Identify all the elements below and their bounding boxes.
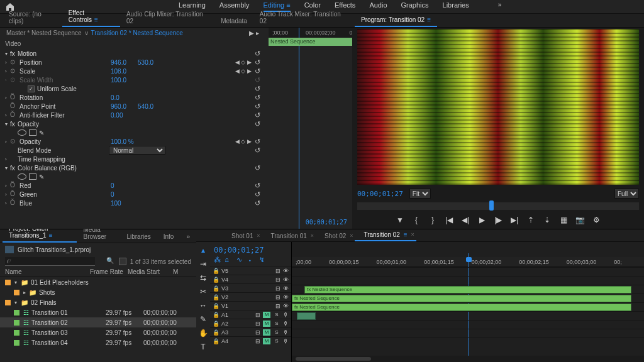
type-tool[interactable]: T <box>199 343 208 351</box>
prop-position[interactable]: ›⊙Position946.0530.0◀ ◇ ▶↺ <box>0 58 352 67</box>
timeline-tab[interactable]: Transition 01 <box>262 231 315 241</box>
hand-tool[interactable]: ✋ <box>199 329 208 337</box>
prop-rotation[interactable]: ›ŎRotation0.0↺ <box>0 93 352 102</box>
tab-audio-clip-mixer[interactable]: Audio Clip Mixer: Transition 02 <box>120 8 214 27</box>
search-icon[interactable]: 🔍 <box>106 257 114 264</box>
bin-row[interactable]: ▾📁01 Edit Placeholders <box>0 277 196 287</box>
tab-metadata[interactable]: Metadata <box>214 15 253 27</box>
sequence-row[interactable]: ☷Transition 0129.97 fps00;00;00;00 <box>0 307 196 317</box>
rect-mask-icon[interactable] <box>29 129 36 136</box>
program-scrubber[interactable] <box>357 202 639 210</box>
go-out-button[interactable]: ▶| <box>509 215 519 225</box>
project-search-input[interactable] <box>5 257 95 266</box>
selection-tool[interactable]: ▴ <box>199 246 208 255</box>
keyframe-nav[interactable]: ◀ ◇ ▶ <box>235 59 252 65</box>
prop-scale[interactable]: ›⊙Scale108.0◀ ◇ ▶↺ <box>0 67 352 75</box>
settings-icon[interactable]: ↯ <box>259 256 267 263</box>
timeline-clip[interactable]: fxNested Sequence <box>292 304 631 311</box>
timeline-clip[interactable]: fxNested Sequence <box>304 286 631 293</box>
stopwatch-icon[interactable]: ⊙ <box>10 58 18 66</box>
pen-mask-icon[interactable]: ✎ <box>39 129 44 136</box>
marker-icon[interactable]: ⬩ <box>248 256 255 263</box>
audio-track-header[interactable]: 🔒A3⊟MS🎙 <box>210 327 291 336</box>
ellipse-mask-icon[interactable] <box>18 129 26 136</box>
extract-button[interactable]: ⇣ <box>542 215 552 225</box>
program-monitor-view[interactable] <box>357 29 639 185</box>
ripple-edit-tool[interactable]: ⇆ <box>199 273 208 282</box>
prop-blend-mode[interactable]: Blend ModeNormal↺ <box>0 146 352 155</box>
video-track-header[interactable]: 🔒V2⊟👁 <box>210 292 291 301</box>
audio-track-header[interactable]: 🔒A1⊟MS🎙 <box>210 310 291 319</box>
magnet-icon[interactable]: ⩍ <box>225 256 233 263</box>
timeline-clip[interactable]: fxNested Sequence <box>292 295 631 302</box>
step-back-button[interactable]: ◀| <box>460 215 470 225</box>
tab-source[interactable]: Source: (no clips) <box>3 8 62 27</box>
prop-uniform-scale[interactable]: ✓Uniform Scale↺ <box>0 84 352 93</box>
workspace-libraries[interactable]: Libraries <box>443 1 469 12</box>
video-track-header[interactable]: 🔒V1⊟👁 <box>210 301 291 310</box>
audio-track-header[interactable]: 🔒A4⊟MS🎙 <box>210 336 291 345</box>
sequence-row[interactable]: ☷Transition 0229.97 fps00;00;00;00 <box>0 317 196 327</box>
go-in-button[interactable]: |◀ <box>444 215 454 225</box>
fx-time-remapping[interactable]: ›Time Remapping <box>0 155 352 163</box>
prop-red[interactable]: ›ŎRed0↺ <box>0 181 352 190</box>
track-select-tool[interactable]: ⇥ <box>199 260 208 268</box>
prop-antiflicker[interactable]: ›ŎAnti-flicker Filter0.00↺ <box>0 111 352 119</box>
workspace-overflow-icon[interactable]: » <box>498 1 502 12</box>
program-zoom-select[interactable]: Full <box>614 189 639 199</box>
bin-row[interactable]: ▸📁Shots <box>0 287 196 297</box>
timeline-audio-clip[interactable] <box>297 312 316 320</box>
timeline-zoom-handle[interactable] <box>296 357 371 361</box>
prop-blue[interactable]: ›ŎBlue100↺ <box>0 199 352 207</box>
tab-effect-controls[interactable]: Effect Controls≡ <box>62 7 120 27</box>
mark-out-button[interactable]: } <box>428 215 438 225</box>
tab-program[interactable]: Program: Transition 02≡ <box>355 14 437 27</box>
fx-color-balance[interactable]: ▾fxColor Balance (RGB)↺ <box>0 163 352 172</box>
play-button[interactable]: ▶ <box>477 215 487 225</box>
reset-icon[interactable]: ↺ <box>255 50 260 58</box>
mark-in-button[interactable]: { <box>411 215 421 225</box>
effect-timeline-ruler[interactable]: ;00;0000;00;02;0000;00 <box>269 28 352 38</box>
uniform-scale-checkbox[interactable]: ✓ <box>28 85 35 92</box>
workspace-assembly[interactable]: Assembly <box>219 1 250 12</box>
fx-opacity[interactable]: ▾fxOpacity↺ <box>0 119 352 128</box>
tab-audio-track-mixer[interactable]: Audio Track Mixer: Transition 02 <box>253 8 352 27</box>
pen-tool[interactable]: ✎ <box>199 315 208 324</box>
timeline-scrollbar[interactable] <box>292 356 644 362</box>
clip-link[interactable]: Transition 02 * Nested Sequence <box>91 30 183 36</box>
filter-bin-icon[interactable] <box>119 258 126 265</box>
project-column-headers[interactable]: Name Frame Rate Media Start M <box>0 267 196 277</box>
export-frame-button[interactable]: ▦ <box>558 215 569 225</box>
timeline-tab[interactable]: Shot 01 <box>223 231 262 241</box>
slip-tool[interactable]: ↔ <box>199 301 208 310</box>
effect-timecode[interactable]: 00;00;01;27 <box>0 217 352 226</box>
video-track-header[interactable]: 🔒V5⊟👁 <box>210 266 291 275</box>
bin-row[interactable]: ▾📁02 Finals <box>0 297 196 307</box>
settings-button[interactable]: ⚙ <box>591 215 601 225</box>
fx-motion[interactable]: ▾fxMotion↺ <box>0 49 352 58</box>
timeline-tab[interactable]: Transition 02≡ <box>355 229 416 241</box>
effect-clip-bar[interactable]: Nested Sequence <box>269 38 352 46</box>
audio-track-header[interactable]: 🔒A2⊟MS🎙 <box>210 319 291 327</box>
snap-icon[interactable]: ⁂ <box>214 256 221 263</box>
project-overflow-icon[interactable]: » <box>180 231 196 243</box>
step-fwd-button[interactable]: |▶ <box>493 215 503 225</box>
video-track-header[interactable]: 🔒V3⊟👁 <box>210 283 291 292</box>
cb-masks[interactable]: ✎ <box>0 172 352 181</box>
prop-opacity-value[interactable]: ›⊙Opacity100.0 %◀ ◇ ▶↺ <box>0 137 352 146</box>
add-marker-button[interactable]: ▼ <box>395 215 405 225</box>
workspace-graphics[interactable]: Graphics <box>401 1 429 12</box>
timeline-tab[interactable]: Shot 02 <box>316 231 355 241</box>
workspace-audio[interactable]: Audio <box>369 1 387 12</box>
prop-anchor-point[interactable]: ŎAnchor Point960.0540.0↺ <box>0 102 352 111</box>
prop-green[interactable]: ›ŎGreen0↺ <box>0 190 352 199</box>
opacity-masks[interactable]: ✎ <box>0 128 352 137</box>
video-track-header[interactable]: 🔒V4⊟👁 <box>210 275 291 283</box>
program-fit-select[interactable]: Fit <box>409 189 431 199</box>
sequence-row[interactable]: ☷Transition 0429.97 fps00;00;00;00 <box>0 337 196 348</box>
tab-libraries[interactable]: Libraries <box>120 231 157 243</box>
camera-button[interactable]: 📷 <box>575 215 585 225</box>
razor-tool[interactable]: ✂ <box>199 287 208 296</box>
tab-info[interactable]: Info <box>157 231 180 243</box>
sequence-row[interactable]: ☷Transition 0329.97 fps00;00;00;00 <box>0 327 196 337</box>
